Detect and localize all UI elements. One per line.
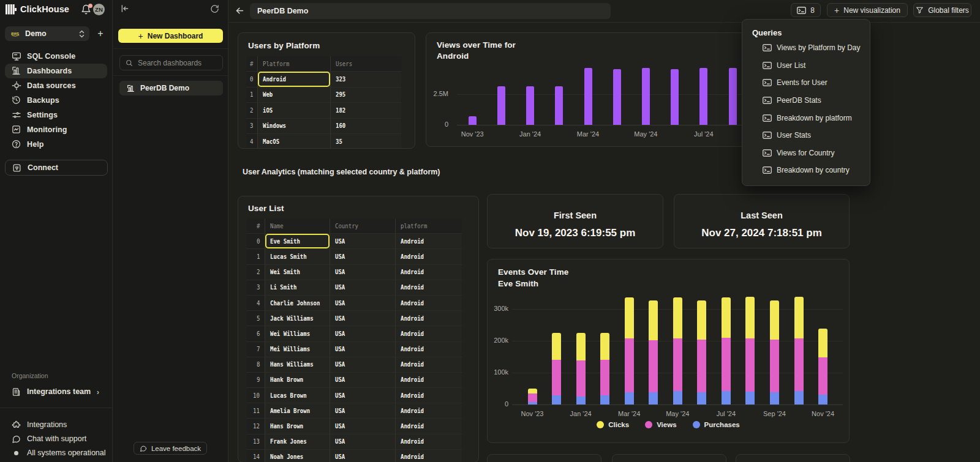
query-menu-item[interactable]: Breakdown by country [742,162,870,179]
query-menu-item[interactable]: User Stats [742,127,870,144]
bar-segment-purchases[interactable] [722,391,731,404]
table-cell[interactable]: Noah Jones [265,450,330,462]
bar-segment-clicks[interactable] [794,297,804,338]
table-cell[interactable]: Android [396,342,462,357]
table-cell[interactable]: 11 [247,403,265,418]
table-cell[interactable]: USA [330,373,396,387]
table-cell[interactable]: 0 [246,72,258,86]
table-cell[interactable]: 12 [247,419,265,433]
legend-item[interactable]: Purchases [693,421,740,428]
table-cell[interactable]: Mei Williams [265,342,330,357]
table-cell[interactable]: 6 [247,326,265,341]
table-cell[interactable]: Android [396,326,462,341]
table-cell[interactable]: 295 [331,88,402,102]
table-cell[interactable]: USA [330,342,396,357]
query-menu-item[interactable]: Events for User [742,74,870,92]
table-cell[interactable]: 1 [246,88,258,102]
bar-segment-clicks[interactable] [697,300,706,340]
notifications-bell-icon[interactable] [81,4,92,16]
bar[interactable] [497,86,505,125]
nav-item-sql-console[interactable]: SQL Console [5,49,107,64]
bar-segment-views[interactable] [745,338,755,392]
table-cell[interactable]: 3 [246,119,258,133]
bar-segment-purchases[interactable] [697,392,706,404]
new-dashboard-button[interactable]: + New Dashboard [118,29,223,43]
table-cell[interactable]: 10 [247,388,265,403]
table-cell[interactable]: Android [396,311,462,326]
service-select[interactable]: aws Demo [5,26,89,41]
bar-segment-views[interactable] [552,360,561,395]
bar-segment-purchases[interactable] [818,395,827,404]
bar-segment-clicks[interactable] [552,333,561,360]
nav-item-monitoring[interactable]: Monitoring [5,122,107,137]
table-cell[interactable]: Android [396,373,462,387]
bar-segment-views[interactable] [794,338,804,391]
table-cell[interactable]: 8 [247,357,265,372]
table-cell[interactable]: USA [330,296,396,310]
bar-segment-views[interactable] [673,338,682,391]
table-cell[interactable]: 1 [247,249,265,264]
table-cell[interactable]: USA [330,265,396,280]
collapse-panel-icon[interactable] [120,4,132,16]
bar-segment-purchases[interactable] [649,392,658,404]
table-cell[interactable]: 0 [247,234,265,248]
table-cell[interactable]: MacOS [258,134,331,149]
bar-segment-clicks[interactable] [745,297,755,338]
table-cell[interactable]: 4 [246,134,258,149]
bar-segment-purchases[interactable] [576,397,586,404]
table-cell[interactable]: USA [330,419,396,433]
bar-segment-purchases[interactable] [528,402,537,404]
table-cell[interactable]: USA [330,434,396,449]
bar-segment-clicks[interactable] [649,300,658,340]
table-cell[interactable]: Android [396,450,462,462]
leave-feedback-button[interactable]: Leave feedback [134,442,207,455]
table-cell[interactable]: 14 [247,450,265,462]
bar[interactable] [699,68,707,125]
bar-segment-clicks[interactable] [576,333,586,360]
sidebar-item-chat-support[interactable]: Chat with support [5,432,108,445]
avatar[interactable]: ZN [93,4,105,15]
search-input[interactable] [138,59,211,67]
table-cell[interactable]: Android [396,234,462,248]
dashboard-list-item[interactable]: PeerDB Demo [119,81,223,95]
bar-segment-views[interactable] [528,393,537,402]
table-cell[interactable]: Android [396,296,462,310]
bar-segment-clicks[interactable] [770,300,779,340]
bar-segment-clicks[interactable] [600,333,609,360]
bar-segment-views[interactable] [600,360,609,395]
dashboard-search[interactable] [119,55,223,70]
table-cell[interactable]: Charlie Johnson [265,296,330,310]
sidebar-item-integrations[interactable]: Integrations [5,418,108,431]
bar[interactable] [729,68,737,125]
table-cell[interactable]: Android [396,357,462,372]
nav-item-help[interactable]: Help [5,137,107,152]
table-cell[interactable]: 4 [247,296,265,310]
table-cell[interactable]: USA [330,234,396,248]
table-cell[interactable]: 323 [331,72,402,86]
global-filters-button[interactable]: Global filters [913,3,971,17]
bar[interactable] [671,69,679,125]
bar-segment-views[interactable] [697,340,706,392]
table-cell[interactable]: Web [258,88,331,102]
table-cell[interactable]: Hans Williams [265,357,330,372]
bar[interactable] [613,69,621,125]
bar-segment-purchases[interactable] [745,392,755,404]
table-cell[interactable]: Jack Williams [265,311,330,326]
nav-item-data-sources[interactable]: Data sources [5,78,107,93]
add-service-button[interactable]: + [94,27,107,40]
nav-item-dashboards[interactable]: Dashboards [5,64,107,78]
table-cell[interactable]: 9 [247,373,265,387]
legend-item[interactable]: Clicks [597,421,629,428]
table-cell[interactable]: Android [396,249,462,264]
bar-segment-purchases[interactable] [625,392,634,404]
sidebar-item-system-status[interactable]: All systems operational [5,446,108,460]
table-cell[interactable]: Li Smith [265,280,330,295]
bar-segment-clicks[interactable] [818,329,827,357]
table-cell[interactable]: 35 [331,134,402,149]
table-cell[interactable]: Eve Smith [265,234,330,248]
nav-item-backups[interactable]: Backups [5,93,107,108]
new-visualization-button[interactable]: + New visualization [827,3,908,17]
table-cell[interactable]: USA [330,403,396,418]
bar-segment-purchases[interactable] [794,391,804,404]
table-cell[interactable]: 160 [331,119,402,133]
